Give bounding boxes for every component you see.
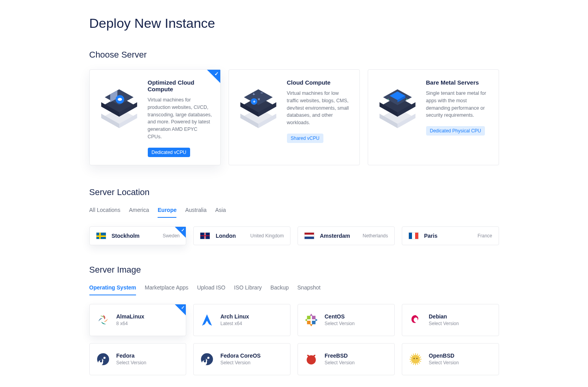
svg-line-56 <box>419 357 421 358</box>
location-card[interactable]: Paris France <box>402 226 499 245</box>
svg-point-39 <box>307 355 316 364</box>
image-tab[interactable]: Marketplace Apps <box>145 284 188 295</box>
image-tab[interactable]: Snapshot <box>298 284 321 295</box>
svg-line-44 <box>417 363 418 364</box>
location-city: Stockholm <box>112 233 140 239</box>
svg-point-31 <box>387 99 388 100</box>
svg-line-47 <box>411 362 412 363</box>
server-illustration-icon: + − × + <box>237 79 280 134</box>
page-title: Deploy New Instance <box>89 16 499 31</box>
os-card[interactable]: OpenBSD Select Version <box>402 343 499 375</box>
svg-point-9 <box>118 98 122 101</box>
os-version: Latest x64 <box>220 321 249 326</box>
svg-text:−: − <box>260 90 263 95</box>
image-tab[interactable]: Operating System <box>89 284 136 295</box>
svg-rect-35 <box>307 320 310 324</box>
svg-line-54 <box>417 353 418 355</box>
location-country: United Kingdom <box>250 233 284 239</box>
location-city: Paris <box>424 233 437 239</box>
svg-line-55 <box>418 355 419 356</box>
server-illustration-icon <box>376 79 419 134</box>
os-version: Select Version <box>429 360 459 365</box>
os-card[interactable]: FreeBSD Select Version <box>298 343 395 375</box>
os-name: OpenBSD <box>429 353 459 359</box>
fedora-icon <box>96 352 110 366</box>
server-type-desc: Virtual machines for low traffic website… <box>287 90 352 127</box>
server-type-badge: Shared vCPU <box>287 134 323 143</box>
server-type-card[interactable]: Bare Metal Servers Single tenant bare me… <box>368 69 499 165</box>
location-tab[interactable]: Australia <box>185 207 206 218</box>
svg-line-46 <box>413 363 414 364</box>
location-tab[interactable]: America <box>129 207 149 218</box>
location-card[interactable]: Stockholm Sweden <box>89 226 187 245</box>
flag-icon <box>304 232 314 239</box>
location-city: London <box>216 233 236 239</box>
svg-rect-36 <box>312 320 316 324</box>
os-version: Select Version <box>220 360 261 365</box>
svg-point-32 <box>406 99 407 100</box>
image-tab[interactable]: ISO Library <box>234 284 262 295</box>
os-version: 8 x64 <box>116 321 145 326</box>
os-name: Arch Linux <box>220 313 249 320</box>
os-name: Fedora CoreOS <box>220 353 261 359</box>
svg-point-58 <box>416 358 417 359</box>
os-card[interactable]: Debian Select Version <box>402 304 499 336</box>
os-version: Select Version <box>116 360 147 365</box>
openbsd-icon <box>408 352 423 366</box>
server-type-card[interactable]: + − × + Cloud Compute Virtual machines f… <box>229 69 360 165</box>
flag-icon <box>408 232 419 239</box>
section-server-image: Server Image <box>89 265 499 275</box>
os-card[interactable]: Arch Linux Latest x64 <box>193 304 290 336</box>
os-name: Fedora <box>116 353 147 359</box>
image-tab[interactable]: Backup <box>270 284 289 295</box>
location-country: Netherlands <box>363 233 388 239</box>
fedora-icon <box>200 352 214 366</box>
section-server-location: Server Location <box>89 187 499 197</box>
server-type-desc: Virtual machines for production websites… <box>148 96 212 141</box>
location-card[interactable]: London United Kingdom <box>193 226 290 245</box>
svg-text:×: × <box>258 97 260 101</box>
location-city: Amsterdam <box>320 233 350 239</box>
location-tab[interactable]: Asia <box>215 207 226 218</box>
svg-text:+: + <box>253 99 255 104</box>
svg-rect-34 <box>312 316 316 319</box>
svg-line-52 <box>413 353 414 355</box>
selected-corner-icon <box>175 304 186 315</box>
location-tab[interactable]: Europe <box>158 207 176 218</box>
os-name: Debian <box>429 313 459 320</box>
svg-point-40 <box>411 355 420 363</box>
svg-point-57 <box>414 358 415 359</box>
os-card[interactable]: CentOS Select Version <box>298 304 395 336</box>
selected-corner-icon <box>207 70 220 83</box>
os-name: CentOS <box>325 313 355 320</box>
server-type-card[interactable]: Optimized Cloud Compute Virtual machines… <box>89 69 221 165</box>
location-tab[interactable]: All Locations <box>89 207 120 218</box>
os-card[interactable]: Fedora Select Version <box>89 343 187 375</box>
almalinux-icon <box>96 313 110 327</box>
svg-line-48 <box>410 361 412 362</box>
svg-rect-33 <box>307 316 310 319</box>
os-name: FreeBSD <box>325 353 355 359</box>
os-name: AlmaLinux <box>116 313 145 320</box>
freebsd-icon <box>304 352 318 366</box>
svg-line-50 <box>410 357 412 358</box>
os-card[interactable]: AlmaLinux 8 x64 <box>89 304 187 336</box>
location-card[interactable]: Amsterdam Netherlands <box>298 226 395 245</box>
os-version: Select Version <box>325 360 355 365</box>
server-type-desc: Single tenant bare metal for apps with t… <box>426 90 491 119</box>
server-illustration-icon <box>98 79 141 134</box>
image-tab[interactable]: Upload ISO <box>197 284 225 295</box>
location-country: France <box>477 233 492 239</box>
svg-line-42 <box>419 361 421 362</box>
svg-line-43 <box>418 362 419 363</box>
os-card[interactable]: Fedora CoreOS Select Version <box>193 343 290 375</box>
arch-icon <box>200 313 214 327</box>
server-type-title: Cloud Compute <box>287 79 352 86</box>
centos-icon <box>304 313 318 327</box>
server-type-title: Optimized Cloud Compute <box>148 79 212 92</box>
svg-line-51 <box>411 355 412 356</box>
flag-icon <box>96 232 106 239</box>
selected-corner-icon <box>175 227 186 238</box>
debian-icon <box>408 313 423 327</box>
flag-icon <box>200 232 210 239</box>
